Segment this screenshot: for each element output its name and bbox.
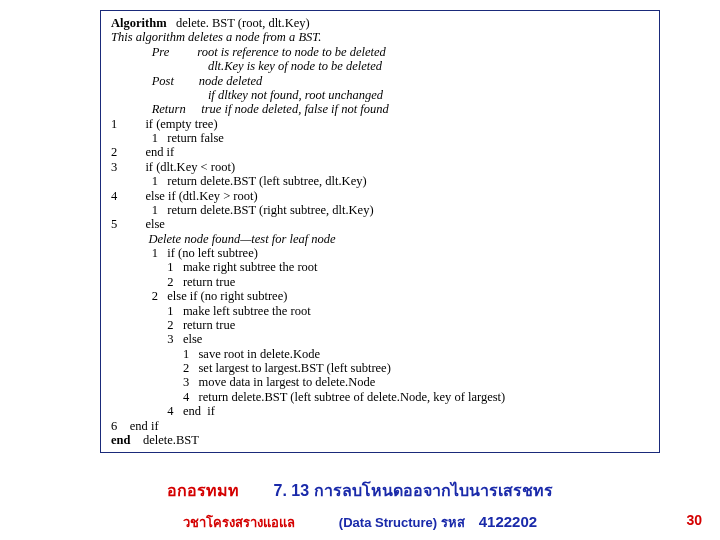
algo-pre2: dlt.Key is key of node to be deleted: [111, 59, 649, 73]
algo-l1: 1 if (empty tree): [111, 117, 649, 131]
algo-l1a: 1 return false: [111, 131, 649, 145]
algo-l4a: 1 return delete.BST (right subtree, dlt.…: [111, 203, 649, 217]
algorithm-box: Algorithm delete. BST (root, dlt.Key) Th…: [100, 10, 660, 453]
algo-l5e: 2 else if (no right subtree): [111, 289, 649, 303]
algo-l5: 5 else: [111, 217, 649, 231]
algo-l5h: 3 else: [111, 332, 649, 346]
course-code: 4122202: [479, 513, 537, 530]
algo-l5i: 1 save root in delete.Kode: [111, 347, 649, 361]
algo-l4: 4 else if (dtl.Key > root): [111, 189, 649, 203]
algo-return: Return true if node deleted, false if no…: [111, 102, 649, 116]
algo-l2: 2 end if: [111, 145, 649, 159]
algo-l5m: 4 end if: [111, 404, 649, 418]
algo-end: end delete.BST: [111, 433, 649, 447]
algo-l5b: 1 if (no left subtree): [111, 246, 649, 260]
algo-pre1: Pre root is reference to node to be dele…: [111, 45, 649, 59]
algo-l5j: 2 set largest to largest.BST (left subtr…: [111, 361, 649, 375]
algo-l3: 3 if (dlt.Key < root): [111, 160, 649, 174]
slide-title: 7. 13 การลบโหนดออจากไบนารเสรชทร: [273, 478, 552, 503]
algo-l5a: Delete node found—test for leaf node: [111, 232, 649, 246]
algo-post2: if dltkey not found, root unchanged: [111, 88, 649, 102]
algo-l6: 6 end if: [111, 419, 649, 433]
data-structure-label: (Data Structure) รหส: [339, 512, 465, 533]
algo-l5d: 2 return true: [111, 275, 649, 289]
subject-label: วชาโครงสรางแอแล: [183, 512, 295, 533]
algo-l5f: 1 make left subtree the root: [111, 304, 649, 318]
algo-post1: Post node deleted: [111, 74, 649, 88]
algo-l5g: 2 return true: [111, 318, 649, 332]
algo-l5k: 3 move data in largest to delete.Node: [111, 375, 649, 389]
algo-l5l: 4 return delete.BST (left subtree of del…: [111, 390, 649, 404]
footer-row1: อกอรทมท 7. 13 การลบโหนดออจากไบนารเสรชทร: [0, 478, 720, 503]
page-number: 30: [686, 512, 702, 528]
algo-label: อกอรทมท: [167, 478, 239, 503]
algo-heading: Algorithm delete. BST (root, dlt.Key): [111, 16, 649, 30]
algo-l3a: 1 return delete.BST (left subtree, dlt.K…: [111, 174, 649, 188]
algo-desc: This algorithm deletes a node from a BST…: [111, 30, 649, 44]
footer-row2: วชาโครงสรางแอแล (Data Structure) รหส 412…: [0, 512, 720, 533]
algo-l5c: 1 make right subtree the root: [111, 260, 649, 274]
